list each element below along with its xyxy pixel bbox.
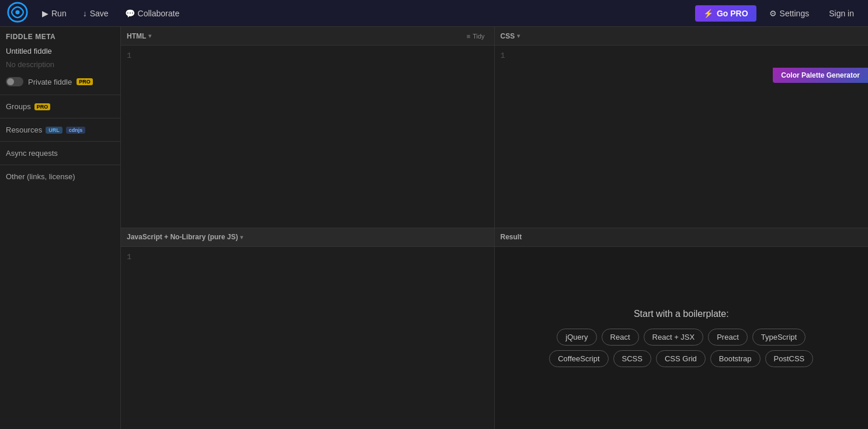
settings-icon: ⚙ [769,9,777,18]
collaborate-button[interactable]: 💬 Collaborate [118,5,187,22]
css-pane: CSS ▾ 1 Color Palette Generator [495,27,869,228]
svg-point-1 [15,10,19,14]
settings-label: Settings [780,9,810,18]
groups-pro-badge: PRO [34,103,51,110]
html-pane: HTML ▾ ≡ Tidy 1 [121,27,495,228]
boilerplate-preact[interactable]: Preact [708,329,748,346]
boilerplate-coffeescript[interactable]: CoffeeScript [549,350,608,367]
tidy-label: Tidy [473,33,484,40]
boilerplate-jquery[interactable]: jQuery [557,329,596,346]
color-palette-tooltip[interactable]: Color Palette Generator [773,68,868,83]
save-icon: ↓ [83,9,87,18]
sidebar: Fiddle meta Private fiddle PRO Groups PR… [0,27,121,429]
boilerplate-react-jsx[interactable]: React + JSX [644,329,704,346]
js-pane-title[interactable]: JavaScript + No-Library (pure JS) ▾ [127,233,243,241]
js-code-content[interactable] [137,252,489,425]
sidebar-divider-2 [0,118,120,118]
private-pro-badge: PRO [77,78,93,85]
fiddle-meta-label: Fiddle meta [0,27,120,44]
html-pane-header: HTML ▾ ≡ Tidy [121,27,494,46]
sidebar-item-resources[interactable]: Resources URL cdnjs [0,121,120,139]
boilerplate-typescript[interactable]: TypeScript [752,329,805,346]
css-dropdown-arrow: ▾ [517,33,520,39]
resources-label: Resources [6,125,42,134]
result-content: Start with a boilerplate: jQuery React R… [495,247,869,430]
html-dropdown-arrow: ▾ [148,33,151,39]
sidebar-divider-4 [0,165,120,165]
sidebar-item-groups[interactable]: Groups PRO [0,97,120,116]
fiddle-title-input[interactable] [0,44,120,58]
boilerplate-title: Start with a boilerplate: [634,309,729,319]
css-line-numbers: 1 [495,50,511,223]
nav-actions: ▶ Run ↓ Save 💬 Collaborate [35,5,186,22]
collaborate-label: Collaborate [138,9,180,18]
logo[interactable] [7,2,35,25]
async-label: Async requests [6,149,58,158]
sidebar-divider-3 [0,141,120,142]
boilerplate-css-grid[interactable]: CSS Grid [656,350,706,367]
css-pane-title[interactable]: CSS ▾ [501,32,520,40]
boilerplate-scss[interactable]: SCSS [613,350,651,367]
nav-right: ⚡ Go PRO ⚙ Settings Sign in [695,5,861,22]
boilerplate-buttons: jQuery React React + JSX Preact TypeScri… [535,329,827,367]
js-code-area[interactable]: 1 [121,247,494,430]
go-pro-button[interactable]: ⚡ Go PRO [695,5,756,22]
main-layout: Fiddle meta Private fiddle PRO Groups PR… [0,27,868,429]
js-line-numbers: 1 [121,252,137,425]
html-code-area[interactable]: 1 [121,46,494,228]
private-toggle[interactable] [6,77,23,86]
settings-button[interactable]: ⚙ Settings [762,5,817,22]
collaborate-icon: 💬 [125,9,135,18]
signin-button[interactable]: Sign in [822,5,861,22]
run-label: Run [51,9,67,18]
run-button[interactable]: ▶ Run [35,5,74,22]
boilerplate-postcss[interactable]: PostCSS [765,350,814,367]
private-label: Private fiddle [28,78,72,86]
save-button[interactable]: ↓ Save [76,5,116,22]
html-code-content[interactable] [137,50,489,223]
bolt-icon: ⚡ [703,9,713,18]
cdnjs-badge: cdnjs [66,127,86,134]
play-icon: ▶ [42,9,48,18]
result-pane: Result Start with a boilerplate: jQuery … [495,228,869,430]
tidy-button[interactable]: ≡ Tidy [463,32,488,41]
boilerplate-bootstrap[interactable]: Bootstrap [710,350,761,367]
sidebar-item-async[interactable]: Async requests [0,144,120,162]
css-pane-header: CSS ▾ [495,27,869,46]
boilerplate-react[interactable]: React [602,329,639,346]
fiddle-description-input[interactable] [0,58,120,71]
result-header: Result [495,228,869,247]
js-dropdown-arrow: ▾ [240,234,243,240]
html-line-numbers: 1 [121,50,137,223]
js-pane-header: JavaScript + No-Library (pure JS) ▾ [121,228,494,247]
groups-label: Groups [6,102,31,111]
top-nav: ▶ Run ↓ Save 💬 Collaborate ⚡ Go PRO ⚙ Se… [0,0,868,27]
tidy-icon: ≡ [467,33,470,40]
signin-label: Sign in [829,9,854,18]
js-pane: JavaScript + No-Library (pure JS) ▾ 1 [121,228,495,430]
sidebar-item-other[interactable]: Other (links, license) [0,168,120,186]
url-badge: URL [46,127,63,134]
sidebar-divider-1 [0,95,120,95]
go-pro-label: Go PRO [717,9,748,18]
save-label: Save [90,9,109,18]
editor-area: HTML ▾ ≡ Tidy 1 CSS ▾ [121,27,868,429]
color-palette-label: Color Palette Generator [781,71,860,79]
private-row: Private fiddle PRO [0,71,120,92]
other-label: Other (links, license) [6,172,75,181]
html-pane-title[interactable]: HTML ▾ [127,32,151,40]
result-title: Result [501,233,522,241]
